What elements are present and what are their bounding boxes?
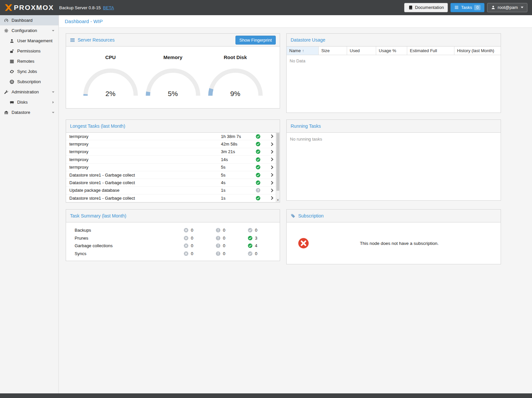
running-tasks-panel: Running Tasks No running tasks (286, 119, 501, 201)
task-list-icon (454, 5, 459, 10)
caret-down-icon[interactable] (52, 29, 55, 32)
summary-row-prunes: Prunes003 (66, 234, 280, 242)
topbar-actions: Documentation Tasks 0 root@pam (404, 3, 529, 12)
svg-text:?: ? (257, 189, 259, 192)
tasks-label: Tasks (461, 5, 472, 10)
sidebar-item-user-management[interactable]: User Management (0, 36, 58, 46)
proxmox-logo[interactable]: PROXMOX (3, 4, 55, 12)
subscription-message: This node does not have a subscription. (309, 241, 489, 246)
dashboard-content: Server Resources Show Fingerprint CPU2%M… (59, 28, 532, 270)
sidebar-item-datastore[interactable]: Datastore (0, 107, 58, 117)
task-row[interactable]: Datastore store1 - Garbage collect4s (66, 179, 276, 186)
scrollbar-thumb[interactable] (276, 133, 279, 191)
chevron-right-icon[interactable] (266, 188, 274, 193)
ok-count-cell[interactable]: 3 (248, 236, 280, 241)
column-header-estimated-full[interactable]: Estimated Full (407, 47, 454, 55)
sidebar-item-administration[interactable]: Administration (0, 87, 58, 97)
task-row[interactable]: termproxy14s (66, 156, 276, 163)
sidebar-item-label: Administration (12, 89, 39, 94)
warning-count-cell[interactable]: 0 (216, 236, 248, 241)
task-name: Datastore store1 - Garbage collect (69, 180, 221, 185)
warning-count-cell[interactable]: 0 (216, 228, 248, 233)
gauge-label: CPU (79, 54, 142, 60)
task-row[interactable]: Datastore store1 - Garbage collect1s (66, 194, 276, 202)
error-count: 0 (191, 243, 193, 248)
chevron-right-icon[interactable] (266, 142, 274, 147)
documentation-label: Documentation (415, 5, 444, 10)
task-row[interactable]: Datastore store1 - Garbage collect5s (66, 171, 276, 179)
error-count-cell[interactable]: 0 (184, 243, 216, 248)
ok-count: 0 (255, 228, 257, 233)
warning-count-cell[interactable]: 0 (216, 251, 248, 256)
chevron-right-icon[interactable] (266, 173, 274, 177)
chevron-right-icon[interactable] (266, 196, 274, 200)
longest-tasks-rows: termproxy1h 38m 7stermproxy42m 58stermpr… (66, 133, 276, 202)
ok-icon (248, 243, 253, 248)
scrollbar-down-arrow[interactable]: ▼ (276, 198, 280, 202)
longest-tasks-panel: Longest Tasks (last Month) termproxy1h 3… (66, 119, 280, 203)
wrench-icon (3, 89, 9, 95)
chevron-right-icon[interactable] (266, 134, 274, 139)
sidebar-item-subscription[interactable]: Subscription (0, 77, 58, 87)
column-header-history-last-month[interactable]: History (last Month) (454, 47, 501, 55)
caret-right-icon[interactable] (52, 101, 55, 104)
column-label: Size (321, 48, 330, 53)
caret-down-icon[interactable] (52, 90, 55, 94)
user-menu-button[interactable]: root@pam (487, 3, 527, 12)
vertical-scrollbar[interactable]: ▼ (276, 133, 280, 202)
sidebar-item-configuration[interactable]: Configuration (0, 25, 58, 36)
task-row[interactable]: termproxy5s (66, 164, 276, 171)
task-row[interactable]: Update package database1s? (66, 187, 276, 194)
summary-label: Prunes (66, 236, 184, 241)
column-header-size[interactable]: Size (319, 47, 347, 55)
caret-down-icon[interactable] (52, 111, 55, 114)
column-header-name[interactable]: Name↑ (287, 47, 319, 55)
beta-link[interactable]: BETA (103, 5, 114, 10)
column-header-used[interactable]: Used (347, 47, 376, 55)
column-header-usage[interactable]: Usage % (376, 47, 407, 55)
task-row[interactable]: termproxy3m 21s (66, 148, 276, 156)
task-duration: 5s (221, 165, 256, 170)
error-count-cell[interactable]: 0 (184, 251, 216, 256)
brand-text: PROXMOX (14, 4, 54, 12)
disk-icon (9, 100, 15, 105)
chevron-right-icon[interactable] (266, 181, 274, 185)
dashboard-icon (3, 18, 9, 23)
task-row[interactable]: termproxy1h 38m 7s (66, 133, 276, 140)
sidebar-item-dashboard[interactable]: Dashboard (0, 15, 58, 25)
chevron-right-icon[interactable] (266, 157, 274, 162)
tasks-button[interactable]: Tasks 0 (450, 3, 484, 12)
chevron-right-icon[interactable] (266, 165, 274, 170)
ok-count: 0 (255, 251, 257, 256)
ok-count-cell[interactable]: 0 (248, 228, 280, 233)
show-fingerprint-button[interactable]: Show Fingerprint (235, 36, 276, 45)
column-label: Estimated Full (410, 48, 437, 53)
task-name: Update package database (69, 188, 221, 193)
warning-count-cell[interactable]: 0 (216, 243, 248, 248)
summary-row-garbage-collections: Garbage collections004 (66, 242, 280, 250)
error-icon (184, 228, 189, 233)
error-icon (184, 251, 189, 256)
sidebar-item-remotes[interactable]: Remotes (0, 56, 58, 66)
error-count-cell[interactable]: 0 (184, 236, 216, 241)
page-header: Dashboard - WIP (59, 15, 532, 28)
book-icon (408, 5, 413, 10)
sync-icon (9, 69, 15, 74)
documentation-button[interactable]: Documentation (404, 3, 448, 12)
sidebar-item-sync-jobs[interactable]: Sync Jobs (0, 66, 58, 77)
ok-count-cell[interactable]: 0 (248, 251, 280, 256)
sidebar-item-permissions[interactable]: Permissions (0, 46, 58, 56)
ok-count-cell[interactable]: 4 (248, 243, 280, 248)
error-count-cell[interactable]: 0 (184, 228, 216, 233)
sidebar-item-disks[interactable]: Disks (0, 97, 58, 107)
task-row[interactable]: termproxy42m 58s (66, 140, 276, 148)
chevron-right-icon[interactable] (266, 149, 274, 154)
task-name: termproxy (69, 142, 221, 147)
datastore-icon (3, 110, 9, 115)
sort-asc-icon: ↑ (302, 49, 304, 53)
proxmox-x-icon (5, 4, 13, 11)
longest-tasks-title: Longest Tasks (last Month) (70, 123, 125, 129)
gears-icon (3, 28, 9, 33)
tasks-count-badge: 0 (474, 5, 480, 10)
user-icon (491, 5, 495, 10)
